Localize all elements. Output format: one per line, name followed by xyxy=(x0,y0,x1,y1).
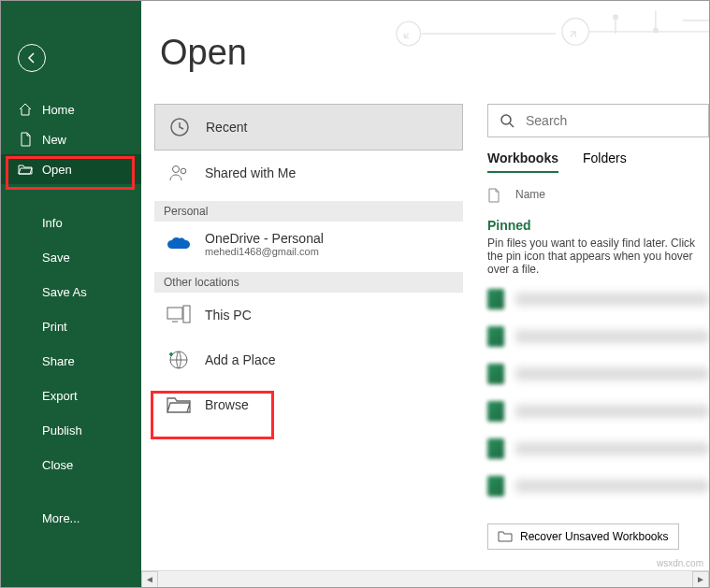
section-personal: Personal xyxy=(154,201,463,222)
sidebar-item-home[interactable]: Home xyxy=(1,94,141,124)
location-recent[interactable]: Recent xyxy=(154,104,463,151)
list-item[interactable] xyxy=(487,401,709,422)
sidebar-item-save-as[interactable]: Save As xyxy=(1,278,141,307)
back-button[interactable] xyxy=(18,44,46,72)
folder-icon xyxy=(166,392,192,418)
file-list-panel: Workbooks Folders Name Pinned Pin files … xyxy=(487,104,709,496)
pinned-heading: Pinned xyxy=(487,218,709,233)
list-item[interactable] xyxy=(487,476,709,496)
watermark: wsxdn.com xyxy=(657,558,703,568)
file-icon xyxy=(487,188,500,203)
sidebar-item-save[interactable]: Save xyxy=(1,243,141,272)
svg-point-12 xyxy=(173,166,180,173)
svg-point-9 xyxy=(614,15,617,19)
sidebar-item-print[interactable]: Print xyxy=(1,312,141,341)
location-browse[interactable]: Browse xyxy=(154,382,463,427)
sidebar-item-publish[interactable]: Publish xyxy=(1,416,141,445)
locations-panel: Recent Shared with Me Personal OneDrive … xyxy=(154,104,463,427)
location-label: Browse xyxy=(205,397,249,412)
list-item[interactable] xyxy=(487,326,709,347)
sidebar-item-more[interactable]: More... xyxy=(1,504,141,533)
location-label: Add a Place xyxy=(205,352,276,367)
sidebar-label: Home xyxy=(42,103,75,117)
tab-folders[interactable]: Folders xyxy=(583,151,627,173)
sidebar-item-close[interactable]: Close xyxy=(1,451,141,480)
onedrive-email: mehedi1468@gmail.com xyxy=(205,246,324,257)
svg-rect-14 xyxy=(167,308,182,319)
sidebar-item-new[interactable]: New xyxy=(1,124,141,154)
col-name[interactable]: Name xyxy=(515,188,545,203)
list-item[interactable] xyxy=(487,438,709,459)
location-add-place[interactable]: Add a Place xyxy=(154,337,463,382)
scroll-right-icon[interactable]: ► xyxy=(692,571,709,588)
page-header: Open xyxy=(141,24,709,80)
tab-workbooks[interactable]: Workbooks xyxy=(487,151,558,173)
clock-icon xyxy=(167,114,193,140)
recover-unsaved-button[interactable]: Recover Unsaved Workbooks xyxy=(487,523,679,550)
backstage-sidebar: Home New Open Info Save Save As Print Sh… xyxy=(1,1,141,587)
location-label: Recent xyxy=(206,120,247,135)
pc-icon xyxy=(166,302,192,328)
location-label: Shared with Me xyxy=(205,165,296,180)
svg-rect-15 xyxy=(183,306,190,323)
location-onedrive[interactable]: OneDrive - Personal mehedi1468@gmail.com xyxy=(154,222,463,266)
onedrive-label: OneDrive - Personal xyxy=(205,231,324,246)
sidebar-label: Open xyxy=(42,163,72,177)
file-tabs: Workbooks Folders xyxy=(487,151,709,173)
sidebar-item-share[interactable]: Share xyxy=(1,347,141,376)
horizontal-scrollbar[interactable]: ◄ ► xyxy=(141,570,709,587)
search-icon xyxy=(500,113,514,128)
scroll-left-icon[interactable]: ◄ xyxy=(141,571,158,588)
list-item[interactable] xyxy=(487,289,709,309)
open-folder-icon xyxy=(18,162,33,177)
list-item[interactable] xyxy=(487,364,709,384)
people-icon xyxy=(166,160,192,186)
folder-icon xyxy=(498,530,513,543)
sidebar-item-open[interactable]: Open xyxy=(1,154,141,184)
location-this-pc[interactable]: This PC xyxy=(154,293,463,337)
svg-line-19 xyxy=(510,123,514,127)
sidebar-item-info[interactable]: Info xyxy=(1,208,141,237)
add-place-icon xyxy=(166,347,192,373)
main-content: Open Recent Shared with Me Personal OneD… xyxy=(141,1,709,568)
home-icon xyxy=(18,102,33,117)
section-other: Other locations xyxy=(154,272,463,293)
page-title: Open xyxy=(160,33,247,73)
svg-point-13 xyxy=(181,168,186,174)
location-shared[interactable]: Shared with Me xyxy=(154,151,463,195)
location-label: This PC xyxy=(205,308,252,323)
onedrive-icon xyxy=(166,231,192,257)
recover-label: Recover Unsaved Workbooks xyxy=(520,530,669,543)
scroll-track[interactable] xyxy=(159,573,691,586)
new-icon xyxy=(18,132,33,147)
column-headers: Name xyxy=(487,182,709,208)
sidebar-label: New xyxy=(42,133,66,147)
svg-point-18 xyxy=(501,115,511,124)
sidebar-item-export[interactable]: Export xyxy=(1,381,141,410)
search-box[interactable] xyxy=(487,104,709,137)
search-input[interactable] xyxy=(526,113,697,128)
recent-files-list xyxy=(487,289,709,496)
pinned-description: Pin files you want to easily find later.… xyxy=(487,237,709,276)
